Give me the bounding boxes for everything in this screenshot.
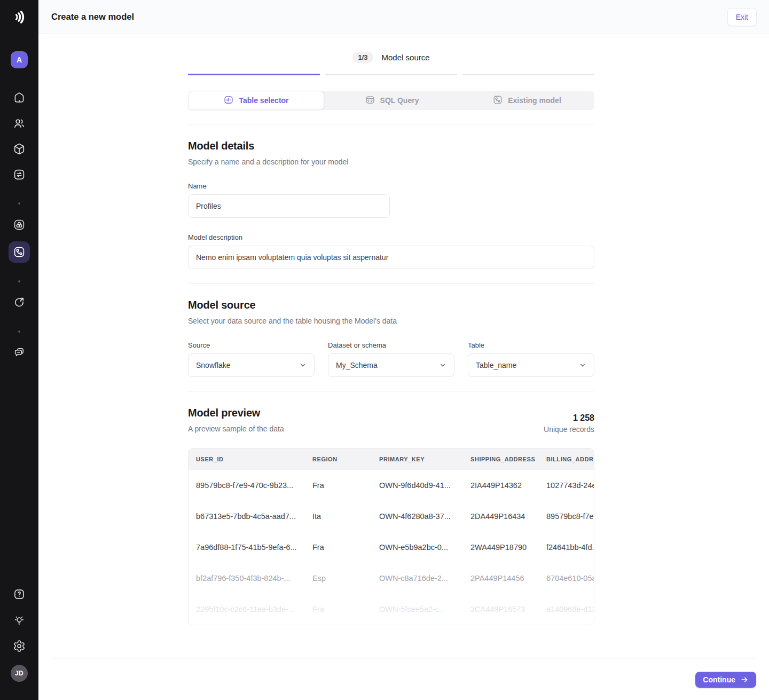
exit-button[interactable]: Exit bbox=[727, 8, 757, 26]
table-label: Table bbox=[468, 341, 594, 350]
top-header: Create a new model Exit bbox=[38, 0, 769, 34]
package-icon bbox=[13, 143, 26, 155]
table-cell: 7a96df88-1f75-41b5-9efa-6... bbox=[189, 532, 305, 563]
table-cell: 89579bc8-f7e9-470c-9b23... bbox=[189, 470, 305, 501]
name-input[interactable] bbox=[188, 194, 390, 218]
model-preview-subtitle: A preview sample of the data bbox=[188, 423, 284, 434]
sidebar-item-whats-new[interactable] bbox=[12, 614, 26, 627]
section-divider bbox=[188, 124, 594, 124]
sidebar-item-users[interactable] bbox=[12, 116, 26, 130]
table-cell: Fra bbox=[305, 470, 372, 501]
table-row: bf2af796-f350-4f3b-824b-...EspOWN-c8a716… bbox=[189, 563, 594, 594]
source-field: Source Snowflake bbox=[188, 341, 315, 377]
records-count: 1 258 bbox=[544, 412, 594, 424]
table-cell: 2PA449P14456 bbox=[463, 563, 539, 594]
sidebar-separator-dot bbox=[18, 280, 20, 282]
column-header: BILLING_ADDRESS bbox=[539, 449, 594, 470]
arrow-right-icon bbox=[740, 675, 749, 684]
model-source-title: Model source bbox=[188, 297, 594, 312]
schema-field: Dataset or schema My_Schema bbox=[328, 341, 454, 377]
chat-bubbles-icon bbox=[13, 346, 26, 359]
table-cell: Esp bbox=[305, 563, 372, 594]
sidebar-item-help[interactable] bbox=[12, 587, 26, 601]
model-details-title: Model details bbox=[188, 138, 594, 153]
sidebar-item-home[interactable] bbox=[12, 91, 26, 105]
progress-segment-2 bbox=[325, 74, 457, 75]
sidebar-item-support-chat[interactable] bbox=[12, 345, 26, 359]
wizard-body: 1/3 Model source bbox=[38, 34, 769, 700]
sidebar-item-packages[interactable] bbox=[12, 142, 26, 156]
table-row: 89579bc8-f7e9-470c-9b23...FraOWN-9f6d40d… bbox=[189, 470, 594, 501]
sidebar-item-settings[interactable] bbox=[12, 639, 26, 653]
sidebar-separator-dot bbox=[18, 331, 20, 333]
table-cell: Ita bbox=[305, 501, 372, 532]
sidebar-item-audiences[interactable] bbox=[12, 218, 26, 232]
column-header: PRIMARY_KEY bbox=[372, 449, 463, 470]
table-cell: OWN-9f6d40d9-41... bbox=[372, 470, 463, 501]
model-source-subtitle: Select your data source and the table ho… bbox=[188, 316, 594, 326]
chevron-down-icon bbox=[438, 361, 447, 369]
table-row: 7a96df88-1f75-41b5-9efa-6...FraOWN-e5b9a… bbox=[189, 532, 594, 563]
section-divider bbox=[188, 391, 594, 391]
table-cell: bf2af796-f350-4f3b-824b-... bbox=[189, 563, 305, 594]
name-label: Name bbox=[188, 182, 594, 191]
source-type-tabs: Table selector SQL Query bbox=[188, 91, 594, 110]
table-cell: OWN-c8a716de-2... bbox=[372, 563, 463, 594]
sidebar-item-models[interactable] bbox=[9, 241, 30, 263]
tab-table-selector[interactable]: Table selector bbox=[188, 91, 324, 110]
schema-select[interactable]: My_Schema bbox=[328, 353, 454, 377]
workspace-avatar[interactable]: A bbox=[11, 51, 28, 68]
tab-existing-model[interactable]: Existing model bbox=[459, 91, 594, 110]
preview-table-head-row: USER_IDREGIONPRIMARY_KEYSHIPPING_ADDRESS… bbox=[189, 449, 594, 470]
models-branch-icon bbox=[13, 246, 26, 258]
description-input[interactable] bbox=[188, 246, 594, 269]
unique-records-counter: 1 258 Unique records bbox=[544, 405, 594, 435]
gear-icon bbox=[13, 640, 26, 652]
help-icon bbox=[13, 588, 26, 601]
records-count-label: Unique records bbox=[544, 424, 594, 435]
table-field: Table Table_name bbox=[468, 341, 594, 377]
tab-sql-query[interactable]: SQL Query bbox=[324, 91, 459, 110]
sync-arrows-icon bbox=[13, 168, 26, 181]
table-cell: OWN-5fcee5a2-c... bbox=[372, 594, 463, 625]
sidebar-separator-dot bbox=[18, 202, 20, 205]
audiences-icon bbox=[13, 218, 26, 231]
sql-query-icon bbox=[365, 95, 375, 107]
table-cell: OWN-4f6280a8-37... bbox=[372, 501, 463, 532]
app-root: A bbox=[0, 0, 769, 700]
column-header: USER_ID bbox=[189, 449, 305, 470]
continue-button[interactable]: Continue bbox=[695, 672, 756, 688]
stepper: 1/3 Model source bbox=[188, 34, 594, 64]
user-avatar[interactable]: JD bbox=[11, 665, 28, 682]
progress-segment-1 bbox=[188, 74, 320, 75]
source-label: Source bbox=[188, 341, 315, 350]
table-cell: 2DA449P16434 bbox=[463, 501, 539, 532]
column-header: SHIPPING_ADDRESS bbox=[463, 449, 539, 470]
table-cell: 89579bc8-f7e9... bbox=[539, 501, 594, 532]
table-cell: 6704e610-05a... bbox=[539, 563, 594, 594]
table-cell: 2WA449P18790 bbox=[463, 532, 539, 563]
home-icon bbox=[13, 91, 26, 104]
table-cell: 2IA449P14362 bbox=[463, 470, 539, 501]
source-select[interactable]: Snowflake bbox=[188, 353, 315, 377]
progress-segment-3 bbox=[462, 74, 594, 75]
app-logo-icon[interactable] bbox=[7, 5, 31, 29]
table-row: 2295f10c-c2c8-11ea-b3de-...FraOWN-5fcee5… bbox=[189, 594, 594, 625]
table-cell: OWN-e5b9a2bc-0... bbox=[372, 532, 463, 563]
table-select[interactable]: Table_name bbox=[468, 353, 594, 377]
preview-table: USER_IDREGIONPRIMARY_KEYSHIPPING_ADDRESS… bbox=[188, 448, 594, 625]
table-cell: Fra bbox=[305, 594, 372, 625]
schema-label: Dataset or schema bbox=[328, 341, 454, 350]
section-divider bbox=[188, 283, 594, 284]
sidebar-item-runs[interactable] bbox=[12, 295, 26, 309]
sidebar-item-syncs[interactable] bbox=[12, 168, 26, 182]
step-counter-badge: 1/3 bbox=[352, 52, 373, 63]
table-cell: 2295f10c-c2c8-11ea-b3de-... bbox=[189, 594, 305, 625]
chevron-down-icon bbox=[578, 361, 587, 369]
users-icon bbox=[13, 117, 26, 130]
model-details-subtitle: Specify a name and a description for you… bbox=[188, 156, 594, 167]
source-selects-row: Source Snowflake Dataset or schema My_Sc… bbox=[188, 341, 594, 377]
refresh-arrow-icon bbox=[13, 296, 26, 309]
step-label: Model source bbox=[382, 53, 430, 62]
table-cell: 1027743d-24e... bbox=[539, 470, 594, 501]
